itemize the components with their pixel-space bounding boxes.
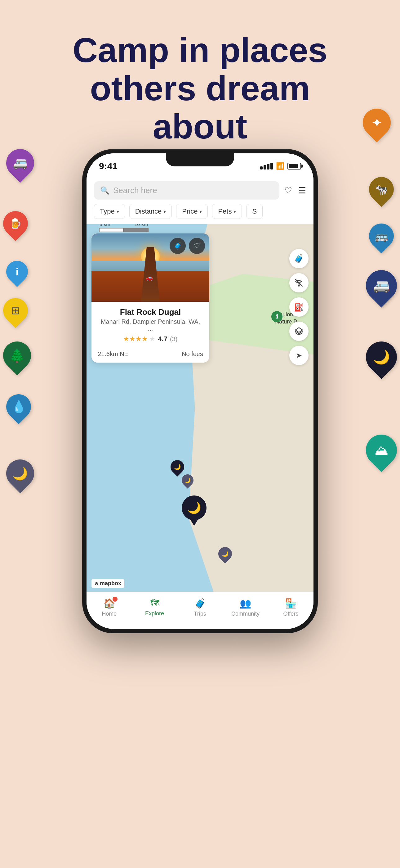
filter-s[interactable]: S — [246, 204, 263, 219]
pin-rv-navy: 🚐 — [366, 270, 397, 301]
map-sidebar: 🧳 ⛽ — [289, 249, 308, 365]
pin-moon-dark: 🌙 — [366, 341, 397, 373]
signal-icon — [260, 163, 273, 169]
trips-icon: 🧳 — [194, 598, 206, 609]
heading-line3: about — [25, 107, 375, 146]
nav-offers-label: Offers — [283, 611, 298, 617]
card-subtitle: Manari Rd, Dampier Peninsula, WA, ... — [98, 318, 203, 333]
svg-point-1 — [299, 285, 299, 286]
nav-offers[interactable]: 🏪 Offers — [268, 598, 313, 617]
filter-distance[interactable]: Distance ▾ — [129, 204, 172, 219]
card-title: Flat Rock Dugal — [98, 307, 203, 317]
sidebar-layers-btn[interactable] — [289, 321, 308, 341]
sidebar-wifi-btn[interactable] — [289, 273, 308, 292]
map-area[interactable]: CoulombNature P. 5 km 10 km — [87, 224, 313, 592]
nav-home-label: Home — [102, 611, 116, 617]
mapbox-logo: ⊙ mapbox — [92, 579, 124, 588]
card-rating: ★★★★★ 4.7 (3) — [98, 335, 203, 343]
card-heart-button[interactable]: ♡ — [189, 238, 205, 254]
moon-pin-small-1[interactable]: 🌙 — [171, 460, 184, 474]
card-fee: No fees — [182, 350, 203, 358]
pin-info-blue: i — [6, 261, 28, 282]
pin-water-blue: 💧 — [6, 394, 31, 419]
pin-forest-green: 🌲 — [3, 341, 31, 369]
menu-icon[interactable]: ☰ — [298, 185, 306, 195]
sidebar-gas-btn[interactable]: ⛽ — [289, 298, 308, 317]
location-card[interactable]: 🚗 🧳 ♡ Flat Rock Dugal Manari Rd, Dampier… — [92, 234, 209, 363]
nav-explore-label: Explore — [145, 610, 164, 617]
map-scale: 5 km 10 km — [99, 228, 148, 232]
search-bar[interactable]: 🔍 Search here — [94, 181, 279, 199]
moon-icon: 🌙 — [187, 501, 201, 515]
chevron-down-icon: ▾ — [163, 209, 166, 215]
pin-caravan-blue: 🚌 — [369, 223, 394, 248]
card-image: 🚗 🧳 ♡ — [92, 234, 209, 302]
favorites-icon[interactable]: ♡ — [284, 185, 292, 195]
nav-community-label: Community — [231, 611, 260, 617]
pin-rv-purple: 🚐 — [6, 149, 34, 177]
card-luggage-button[interactable]: 🧳 — [170, 238, 186, 254]
scale-label-10km: 10 km — [134, 224, 148, 227]
search-area: 🔍 Search here ♡ ☰ Type ▾ Distance — [87, 176, 313, 222]
chevron-down-icon: ▾ — [116, 209, 119, 215]
filter-price[interactable]: Price ▾ — [176, 204, 208, 219]
pin-cow-brown: 🐄 — [369, 177, 394, 202]
hero-heading: Camp in places others dream about — [0, 31, 400, 146]
phone-outer: 9:41 📶 🔍 Search here — [82, 149, 318, 633]
moon-pin-bottom[interactable]: 🌙 — [218, 547, 232, 561]
heading-line2: others dream — [25, 69, 375, 107]
search-placeholder: Search here — [113, 186, 157, 195]
nav-home[interactable]: 🏠 Home — [87, 598, 132, 617]
pin-mountain-teal: ⛰ — [366, 435, 397, 466]
nav-explore[interactable]: 🗺 Explore — [132, 598, 177, 617]
community-icon: 👥 — [240, 598, 251, 609]
sidebar-luggage-btn[interactable]: 🧳 — [289, 249, 308, 268]
nav-trips-label: Trips — [194, 611, 206, 617]
pin-beer-red: 🍺 — [3, 211, 28, 236]
nav-community[interactable]: 👥 Community — [223, 598, 268, 617]
pin-fence-yellow: ⊞ — [3, 298, 28, 323]
battery-icon — [288, 163, 301, 169]
moon-pin-small-2[interactable]: 🌙 — [182, 474, 194, 486]
status-icons: 📶 — [260, 162, 301, 170]
chevron-down-icon: ▾ — [199, 209, 202, 215]
sidebar-location-btn[interactable]: ➤ — [289, 346, 308, 365]
filter-row: Type ▾ Distance ▾ Price ▾ Pets ▾ — [94, 199, 306, 222]
offers-icon: 🏪 — [285, 598, 296, 609]
status-time: 9:41 — [99, 161, 118, 172]
home-icon: 🏠 — [104, 598, 115, 609]
explore-icon: 🗺 — [150, 598, 159, 609]
moon-pin-large[interactable]: 🌙 — [182, 495, 206, 520]
phone-screen: 9:41 📶 🔍 Search here — [87, 153, 313, 629]
star-icons: ★★★★★ — [123, 335, 155, 343]
heading-line1: Camp in places — [25, 31, 375, 69]
rating-count: (3) — [170, 336, 177, 343]
filter-pets[interactable]: Pets ▾ — [212, 204, 242, 219]
pin-moon-grey: 🌙 — [6, 460, 34, 487]
filter-type[interactable]: Type ▾ — [94, 204, 125, 219]
wifi-icon: 📶 — [276, 162, 284, 170]
scale-label-5km: 5 km — [100, 224, 110, 227]
search-icon: 🔍 — [100, 186, 109, 195]
chevron-down-icon: ▾ — [233, 209, 236, 215]
pin-sun-orange: ✦ — [363, 108, 391, 136]
phone-notch — [166, 153, 234, 166]
info-pin-green[interactable]: ℹ — [271, 311, 282, 322]
bottom-nav: 🏠 Home 🗺 Explore 🧳 Trips 👥 Community — [87, 592, 313, 629]
nav-trips[interactable]: 🧳 Trips — [177, 598, 223, 617]
rating-value: 4.7 — [158, 335, 167, 343]
phone-container: 9:41 📶 🔍 Search here — [82, 149, 318, 633]
card-distance: 21.6km NE — [98, 350, 128, 358]
map-attribution: ⊙ mapbox — [92, 579, 124, 588]
